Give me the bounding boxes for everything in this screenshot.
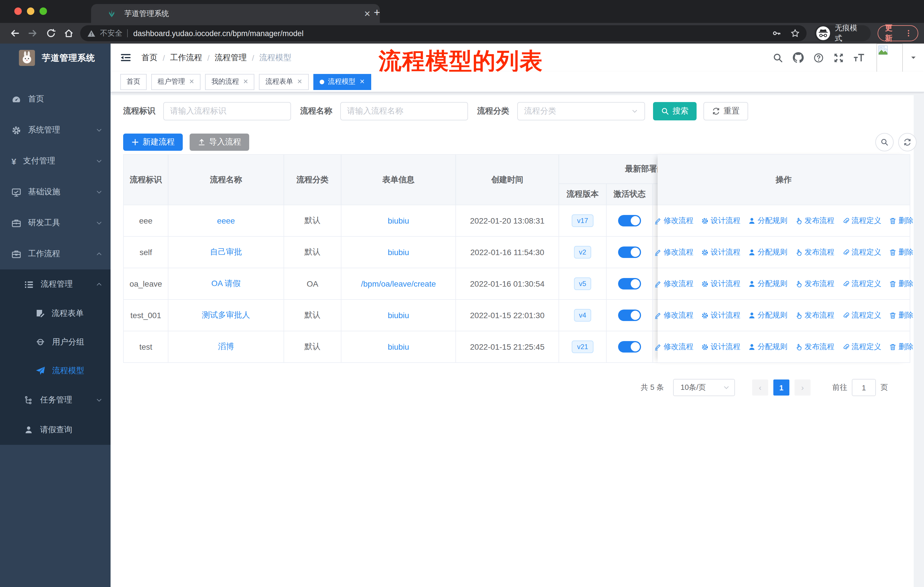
- prev-page-button[interactable]: ‹: [752, 379, 768, 395]
- breadcrumb-process-manage[interactable]: 流程管理: [215, 53, 247, 63]
- home-icon[interactable]: [59, 24, 78, 42]
- tag-close-icon[interactable]: ✕: [189, 78, 194, 85]
- action-发布流程[interactable]: 发布流程: [795, 342, 834, 352]
- action-删除[interactable]: 删除: [889, 279, 913, 289]
- tag-close-icon[interactable]: ✕: [297, 78, 302, 85]
- active-status-toggle[interactable]: [618, 215, 641, 227]
- process-name-link[interactable]: 测试多审批人: [202, 310, 250, 321]
- reload-icon[interactable]: [42, 24, 60, 42]
- page-size-select[interactable]: 10条/页: [673, 379, 735, 396]
- action-设计流程[interactable]: 设计流程: [701, 279, 741, 289]
- action-修改流程[interactable]: 修改流程: [654, 215, 693, 226]
- import-process-button[interactable]: 导入流程: [190, 134, 249, 151]
- active-status-toggle[interactable]: [618, 341, 641, 352]
- action-修改流程[interactable]: 修改流程: [654, 279, 693, 289]
- avatar-caret-icon[interactable]: [910, 55, 917, 61]
- action-分配规则[interactable]: 分配规则: [748, 215, 787, 226]
- update-chrome-button[interactable]: 更新: [878, 25, 918, 41]
- process-key-input[interactable]: 请输入流程标识: [163, 102, 291, 121]
- breadcrumb-home[interactable]: 首页: [142, 53, 158, 63]
- action-删除[interactable]: 删除: [889, 247, 913, 257]
- tag-我的流程[interactable]: 我的流程✕: [205, 74, 254, 90]
- reset-button[interactable]: 重置: [703, 102, 748, 121]
- action-删除[interactable]: 删除: [889, 310, 913, 321]
- action-分配规则[interactable]: 分配规则: [748, 310, 787, 321]
- form-info-link[interactable]: biubiu: [388, 216, 409, 225]
- sidebar-item-基础设施[interactable]: 基础设施: [0, 177, 111, 208]
- process-name-link[interactable]: 自己审批: [210, 247, 242, 257]
- tag-流程表单[interactable]: 流程表单✕: [259, 74, 309, 90]
- create-process-button[interactable]: 新建流程: [123, 134, 183, 151]
- action-修改流程[interactable]: 修改流程: [654, 247, 693, 257]
- tag-流程模型[interactable]: 流程模型✕: [313, 74, 371, 90]
- action-修改流程[interactable]: 修改流程: [654, 310, 693, 321]
- browser-tab[interactable]: 芋道管理系统 ✕: [91, 4, 380, 23]
- action-分配规则[interactable]: 分配规则: [748, 247, 787, 257]
- process-name-input[interactable]: 请输入流程名称: [340, 102, 468, 121]
- zoom-window-button[interactable]: [40, 7, 47, 15]
- kebab-menu-icon[interactable]: [904, 29, 912, 37]
- active-status-toggle[interactable]: [618, 309, 641, 321]
- sidebar-item-系统管理[interactable]: 系统管理: [0, 115, 111, 146]
- action-流程定义[interactable]: 流程定义: [842, 342, 881, 352]
- show-search-button[interactable]: [875, 133, 894, 151]
- search-icon[interactable]: [773, 53, 783, 63]
- action-设计流程[interactable]: 设计流程: [701, 215, 741, 226]
- sidebar-item-流程模型[interactable]: 流程模型: [0, 357, 111, 385]
- action-发布流程[interactable]: 发布流程: [795, 247, 834, 257]
- next-page-button[interactable]: ›: [795, 379, 810, 395]
- action-修改流程[interactable]: 修改流程: [654, 342, 693, 352]
- goto-page-input[interactable]: 1: [852, 379, 876, 396]
- active-status-toggle[interactable]: [618, 278, 641, 289]
- sidebar-item-任务管理[interactable]: 任务管理: [0, 385, 111, 415]
- action-流程定义[interactable]: 流程定义: [842, 247, 881, 257]
- search-button[interactable]: 搜索: [653, 102, 696, 121]
- sidebar-item-请假查询[interactable]: 请假查询: [0, 415, 111, 445]
- new-tab-button[interactable]: +: [370, 5, 384, 20]
- help-icon[interactable]: [813, 53, 824, 63]
- sidebar-item-流程表单[interactable]: 流程表单: [0, 299, 111, 328]
- current-page-button[interactable]: 1: [773, 379, 789, 395]
- security-label[interactable]: 不安全: [100, 28, 122, 38]
- sidebar-item-用户分组[interactable]: 用户分组: [0, 328, 111, 357]
- close-window-button[interactable]: [14, 7, 22, 15]
- form-info-link[interactable]: biubiu: [388, 248, 409, 257]
- url-text[interactable]: dashboard.yudao.iocoder.cn/bpm/manager/m…: [133, 29, 303, 38]
- tag-租户管理[interactable]: 租户管理✕: [151, 74, 201, 90]
- action-流程定义[interactable]: 流程定义: [842, 310, 881, 321]
- action-分配规则[interactable]: 分配规则: [748, 279, 787, 289]
- tag-首页[interactable]: 首页: [120, 74, 147, 90]
- action-设计流程[interactable]: 设计流程: [701, 310, 741, 321]
- tag-close-icon[interactable]: ✕: [360, 78, 365, 85]
- forward-icon[interactable]: [24, 24, 42, 42]
- github-icon[interactable]: [793, 52, 804, 63]
- action-流程定义[interactable]: 流程定义: [842, 215, 881, 226]
- key-icon[interactable]: [772, 29, 782, 38]
- process-name-link[interactable]: eeee: [217, 216, 235, 225]
- active-status-toggle[interactable]: [618, 246, 641, 258]
- sidebar-item-工作流程[interactable]: 工作流程: [0, 238, 111, 270]
- action-设计流程[interactable]: 设计流程: [701, 247, 741, 257]
- fullscreen-icon[interactable]: [833, 53, 844, 63]
- action-流程定义[interactable]: 流程定义: [842, 279, 881, 289]
- sidebar-item-首页[interactable]: 首页: [0, 84, 111, 115]
- action-发布流程[interactable]: 发布流程: [795, 215, 834, 226]
- font-size-icon[interactable]: [853, 53, 865, 62]
- process-category-select[interactable]: 流程分类: [517, 102, 645, 121]
- action-删除[interactable]: 删除: [889, 215, 913, 226]
- action-发布流程[interactable]: 发布流程: [795, 310, 834, 321]
- sidebar-item-流程管理[interactable]: 流程管理: [0, 270, 111, 299]
- collapse-sidebar-icon[interactable]: [120, 53, 131, 63]
- form-info-link[interactable]: biubiu: [388, 311, 409, 320]
- back-icon[interactable]: [6, 24, 24, 42]
- action-设计流程[interactable]: 设计流程: [701, 342, 741, 352]
- tag-close-icon[interactable]: ✕: [243, 78, 248, 85]
- process-name-link[interactable]: OA 请假: [211, 279, 241, 289]
- sidebar-item-支付管理[interactable]: ¥支付管理: [0, 146, 111, 177]
- action-删除[interactable]: 删除: [889, 342, 913, 352]
- bookmark-star-icon[interactable]: [791, 29, 800, 38]
- sidebar-item-研发工具[interactable]: 研发工具: [0, 208, 111, 238]
- refresh-table-button[interactable]: [898, 133, 917, 151]
- action-发布流程[interactable]: 发布流程: [795, 279, 834, 289]
- minimize-window-button[interactable]: [27, 7, 35, 15]
